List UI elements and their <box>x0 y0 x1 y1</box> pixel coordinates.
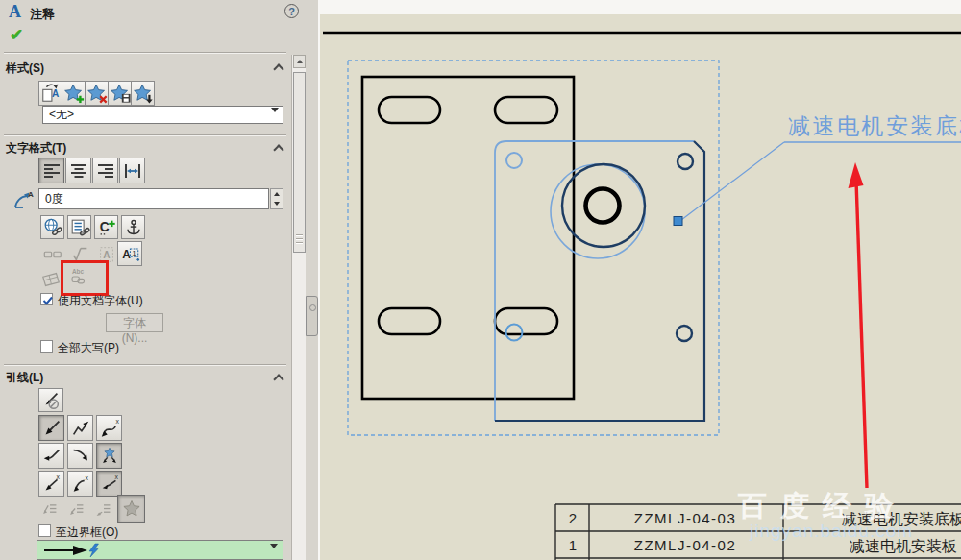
solidworks-note-propertymanager: A 注释 ? ✔ 样式(S) A <box>0 0 961 560</box>
center-hole <box>586 189 620 223</box>
watermark-logo: 百度经验 <box>737 490 907 522</box>
bom-row2-no: 2 <box>569 510 577 526</box>
note-leader[interactable] <box>674 142 961 226</box>
bom-row1-no: 1 <box>569 537 577 553</box>
drawing-canvas[interactable]: 减速电机安装底板 2 ZZMLJ-04-03 减速电机安装底板 1 ZZMLJ-… <box>0 0 961 560</box>
slot-bottom-left <box>379 308 440 334</box>
watermark: 百度经验 jingyan.baidu.com <box>737 490 913 541</box>
boss-circle-light <box>551 164 645 258</box>
plate-black-outline[interactable] <box>362 77 574 399</box>
hole-top-right <box>678 154 693 169</box>
note-annotation-text[interactable]: 减速电机安装底板 <box>788 113 961 138</box>
hole-bottom-right <box>677 326 692 341</box>
selection-dashed-box <box>348 61 719 435</box>
red-pointer-arrow <box>849 162 868 488</box>
leader-attach-handle[interactable] <box>674 217 682 226</box>
watermark-url: jingyan.baidu.com <box>749 521 913 541</box>
slot-top-right <box>495 97 557 123</box>
bom-row1-code: ZZMLJ-04-02 <box>634 537 737 553</box>
hole-bottom-left <box>506 325 523 341</box>
bom-row2-code: ZZMLJ-04-03 <box>634 510 737 526</box>
plate-blue-overlay[interactable] <box>495 141 704 421</box>
slot-bottom-right <box>495 308 557 334</box>
hole-top-left <box>506 153 522 168</box>
slot-top-left <box>379 97 440 123</box>
